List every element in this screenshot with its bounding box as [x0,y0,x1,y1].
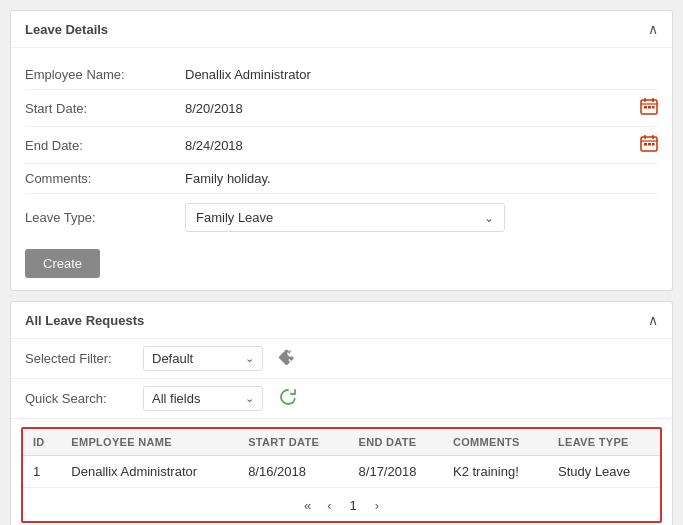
comments-value: Family holiday. [185,171,658,186]
end-date-calendar-icon[interactable] [640,134,658,156]
selected-filter-label: Selected Filter: [25,351,135,366]
quick-search-label: Quick Search: [25,391,135,406]
leave-details-body: Employee Name: Denallix Administrator St… [11,48,672,290]
cell-employee-name: Denallix Administrator [61,456,238,488]
leave-details-card: Leave Details ∧ Employee Name: Denallix … [10,10,673,291]
next-page-button[interactable]: › [370,496,384,515]
svg-rect-11 [644,143,647,146]
end-date-value: 8/24/2018 [185,138,243,153]
selected-filter-value: Default [152,351,193,366]
prev-page-button[interactable]: ‹ [322,496,336,515]
start-date-calendar-icon[interactable] [640,97,658,119]
start-date-value: 8/20/2018 [185,101,243,116]
quick-search-row: Quick Search: All fields ⌄ [11,379,672,419]
svg-rect-4 [644,106,647,109]
start-date-field: 8/20/2018 [185,97,658,119]
start-date-row: Start Date: 8/20/2018 [25,90,658,127]
first-page-button[interactable]: « [299,496,316,515]
collapse-leave-details-icon[interactable]: ∧ [648,21,658,37]
col-header-leave-type: LEAVE TYPE [548,429,660,456]
svg-rect-13 [652,143,655,146]
table-row[interactable]: 1 Denallix Administrator 8/16/2018 8/17/… [23,456,660,488]
quick-search-arrow-icon: ⌄ [245,392,254,405]
wrench-icon[interactable] [279,349,295,368]
comments-label: Comments: [25,171,185,186]
collapse-all-leave-icon[interactable]: ∧ [648,312,658,328]
employee-name-value: Denallix Administrator [185,67,658,82]
svg-rect-5 [648,106,651,109]
all-leave-requests-card: All Leave Requests ∧ Selected Filter: De… [10,301,673,525]
all-leave-requests-header: All Leave Requests ∧ [11,302,672,339]
employee-name-label: Employee Name: [25,67,185,82]
table-header-row: ID EMPLOYEE NAME START DATE END DATE COM… [23,429,660,456]
selected-filter-arrow-icon: ⌄ [245,352,254,365]
leave-details-title: Leave Details [25,22,108,37]
quick-search-dropdown[interactable]: All fields ⌄ [143,386,263,411]
create-button[interactable]: Create [25,249,100,278]
leave-details-header: Leave Details ∧ [11,11,672,48]
comments-row: Comments: Family holiday. [25,164,658,194]
leave-type-value: Family Leave [196,210,273,225]
cell-end-date: 8/17/2018 [349,456,443,488]
cell-leave-type: Study Leave [548,456,660,488]
cell-id: 1 [23,456,61,488]
start-date-label: Start Date: [25,101,185,116]
col-header-start-date: START DATE [238,429,348,456]
leave-type-dropdown[interactable]: Family Leave ⌄ [185,203,505,232]
cell-comments: K2 training! [443,456,548,488]
all-leave-requests-title: All Leave Requests [25,313,144,328]
leave-requests-table-wrapper: ID EMPLOYEE NAME START DATE END DATE COM… [21,427,662,523]
selected-filter-dropdown[interactable]: Default ⌄ [143,346,263,371]
svg-rect-6 [652,106,655,109]
leave-type-label: Leave Type: [25,210,185,225]
col-header-end-date: END DATE [349,429,443,456]
refresh-icon[interactable] [279,388,297,410]
cell-start-date: 8/16/2018 [238,456,348,488]
quick-search-value: All fields [152,391,200,406]
col-header-employee-name: EMPLOYEE NAME [61,429,238,456]
leave-requests-table: ID EMPLOYEE NAME START DATE END DATE COM… [23,429,660,488]
pagination: « ‹ 1 › [23,488,660,521]
end-date-field: 8/24/2018 [185,134,658,156]
end-date-label: End Date: [25,138,185,153]
leave-type-row: Leave Type: Family Leave ⌄ [25,194,658,241]
col-header-comments: COMMENTS [443,429,548,456]
end-date-row: End Date: 8/24/2018 [25,127,658,164]
svg-rect-12 [648,143,651,146]
col-header-id: ID [23,429,61,456]
selected-filter-row: Selected Filter: Default ⌄ [11,339,672,379]
employee-name-row: Employee Name: Denallix Administrator [25,60,658,90]
leave-type-dropdown-arrow-icon: ⌄ [484,211,494,225]
current-page: 1 [343,496,364,515]
